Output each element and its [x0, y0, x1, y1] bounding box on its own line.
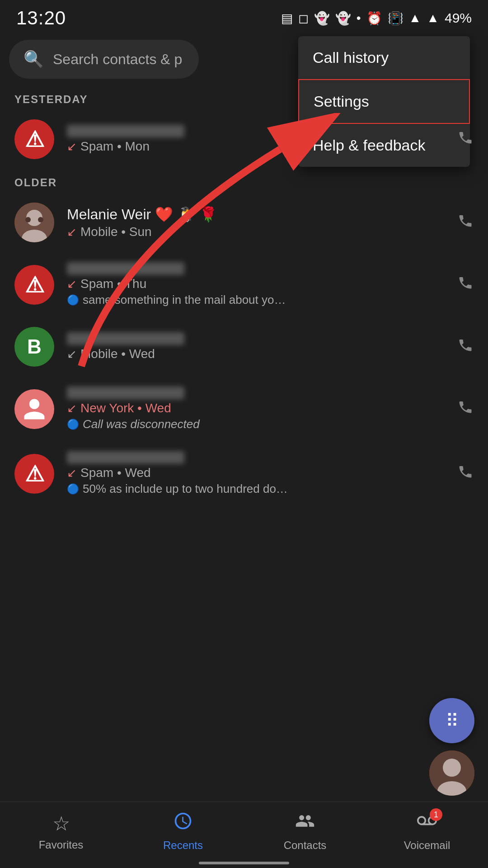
avatar-spam-thu: ⚠	[14, 265, 54, 305]
call-detail-new-york: ↙ New York • Wed	[67, 401, 457, 415]
dropdown-call-history: Call history	[298, 36, 470, 79]
call-detail-melanie: ↙ Mobile • Sun	[67, 225, 457, 239]
nav-favorites[interactable]: ☆ Favorites	[0, 812, 122, 851]
call-name-new-york	[67, 387, 457, 399]
nav-voicemail-label: Voicemail	[404, 839, 450, 852]
avatar-letter-b: B	[27, 335, 42, 358]
call-phone-icon-wed[interactable]	[457, 463, 474, 484]
blurred-name-thu	[67, 262, 184, 275]
avatar-melanie	[14, 203, 54, 242]
user-photo-fab[interactable]	[429, 750, 474, 796]
instagram-icon: ◻	[298, 11, 309, 26]
call-detail-spam-wed: ↙ Spam • Wed	[67, 466, 457, 480]
call-snippet-ny: 🔵 Call was disconnected	[67, 417, 457, 431]
blurred-name-ny	[67, 387, 184, 399]
google-assistant-icon-ny: 🔵	[67, 419, 79, 430]
call-name-melanie: Melanie Weir ❤️ 🐧 🌹	[67, 206, 457, 223]
bottom-nav: ☆ Favorites Recents Contacts 1 Voicemail	[0, 802, 488, 868]
call-info-spam-thu: ↙ Spam • Thu 🔵 same something in the mai…	[67, 262, 457, 307]
status-icons: ▤ ◻ 👻 👻 • ⏰ 📳 ▲ ▲ 49%	[281, 10, 472, 26]
call-detail-spam-thu: ↙ Spam • Thu	[67, 277, 457, 291]
wifi-icon: ▲	[409, 11, 422, 25]
blurred-name-wed	[67, 451, 184, 464]
call-name-spam-thu	[67, 262, 457, 275]
call-info-melanie: Melanie Weir ❤️ 🐧 🌹 ↙ Mobile • Sun	[67, 206, 457, 239]
avatar-spam-mon: ⚠	[14, 119, 54, 159]
call-phone-icon-ny[interactable]	[457, 399, 474, 419]
warning-icon-wed: ⚠	[25, 461, 44, 486]
warning-icon: ⚠	[25, 127, 44, 152]
battery-indicator: 49%	[445, 10, 472, 26]
avatar-spam-wed: ⚠	[14, 454, 54, 494]
blurred-name	[67, 125, 184, 137]
nav-contacts[interactable]: Contacts	[244, 811, 366, 852]
nav-favorites-label: Favorites	[39, 839, 84, 851]
dialpad-fab[interactable]: ⠿	[429, 698, 474, 743]
missed-arrow-ny: ↙	[67, 401, 77, 415]
call-info-b: ↙ Mobile • Wed	[67, 332, 457, 361]
call-item-spam-mon[interactable]: ⚠ ↙ Spam • Mon	[0, 109, 488, 169]
call-info-spam-wed: ↙ Spam • Wed 🔵 50% as include up to two …	[67, 451, 457, 496]
call-snippet-wed: 🔵 50% as include up to two hundred do…	[67, 482, 457, 496]
snapchat2-icon: 👻	[335, 11, 351, 26]
voicemail-badge: 1	[430, 808, 442, 821]
missed-arrow-wed: ↙	[67, 466, 77, 480]
call-detail-spam-mon: ↙ Spam • Mon	[67, 139, 457, 154]
warning-icon-thu: ⚠	[25, 272, 44, 297]
missed-arrow-melanie: ↙	[67, 225, 77, 239]
voicemail-icon: 1	[417, 811, 437, 835]
avatar-b: B	[14, 327, 54, 367]
search-placeholder: Search contacts & p	[53, 51, 182, 68]
status-time: 13:20	[16, 7, 66, 29]
call-item-spam-thu[interactable]: ⚠ ↙ Spam • Thu 🔵 same something in the m…	[0, 252, 488, 317]
avatar-new-york	[14, 389, 54, 429]
incoming-arrow-b: ↙	[67, 347, 77, 361]
nav-contacts-label: Contacts	[284, 839, 327, 852]
call-detail-b: ↙ Mobile • Wed	[67, 347, 457, 361]
section-older: OLDER	[0, 169, 488, 193]
alarm-icon: ⏰	[366, 11, 382, 26]
nav-recents[interactable]: Recents	[122, 811, 244, 852]
missed-arrow-icon: ↙	[67, 140, 77, 154]
call-name-spam-wed	[67, 451, 457, 464]
call-phone-icon-b[interactable]	[457, 337, 474, 357]
blurred-name-b	[67, 332, 184, 345]
call-item-b[interactable]: B ↙ Mobile • Wed	[0, 317, 488, 377]
search-bar[interactable]: 🔍 Search contacts & p	[9, 40, 199, 79]
svg-point-4	[25, 217, 31, 222]
call-name-b	[67, 332, 457, 345]
call-name-spam-mon	[67, 125, 457, 137]
status-bar: 13:20 ▤ ◻ 👻 👻 • ⏰ 📳 ▲ ▲ 49%	[0, 0, 488, 33]
google-assistant-icon-wed: 🔵	[67, 483, 79, 495]
message-icon: ▤	[281, 11, 293, 26]
svg-point-5	[38, 217, 43, 222]
clock-icon	[173, 811, 193, 835]
google-assistant-icon: 🔵	[67, 294, 79, 306]
home-indicator	[199, 862, 289, 864]
star-icon: ☆	[52, 812, 70, 835]
vibrate-icon: 📳	[388, 11, 404, 26]
contacts-icon	[295, 811, 315, 835]
call-info-spam-mon: ↙ Spam • Mon	[67, 125, 457, 154]
nav-recents-label: Recents	[163, 839, 203, 852]
dot-icon: •	[357, 11, 361, 25]
snapchat-icon: 👻	[314, 11, 330, 26]
call-phone-icon-melanie[interactable]	[457, 212, 474, 233]
call-item-melanie[interactable]: Melanie Weir ❤️ 🐧 🌹 ↙ Mobile • Sun	[0, 193, 488, 252]
call-info-new-york: ↙ New York • Wed 🔵 Call was disconnected	[67, 387, 457, 431]
svg-point-7	[443, 759, 461, 777]
search-icon: 🔍	[23, 50, 44, 69]
missed-arrow-thu: ↙	[67, 277, 77, 291]
signal-icon: ▲	[427, 11, 439, 25]
call-snippet-thu: 🔵 same something in the mail about yo…	[67, 293, 457, 307]
call-phone-icon-thu[interactable]	[457, 274, 474, 295]
call-item-new-york[interactable]: ↙ New York • Wed 🔵 Call was disconnected	[0, 377, 488, 441]
call-phone-icon[interactable]	[457, 129, 474, 150]
call-item-spam-wed[interactable]: ⚠ ↙ Spam • Wed 🔵 50% as include up to tw…	[0, 441, 488, 506]
nav-voicemail[interactable]: 1 Voicemail	[366, 811, 488, 852]
fab-area: ⠿	[429, 698, 474, 796]
